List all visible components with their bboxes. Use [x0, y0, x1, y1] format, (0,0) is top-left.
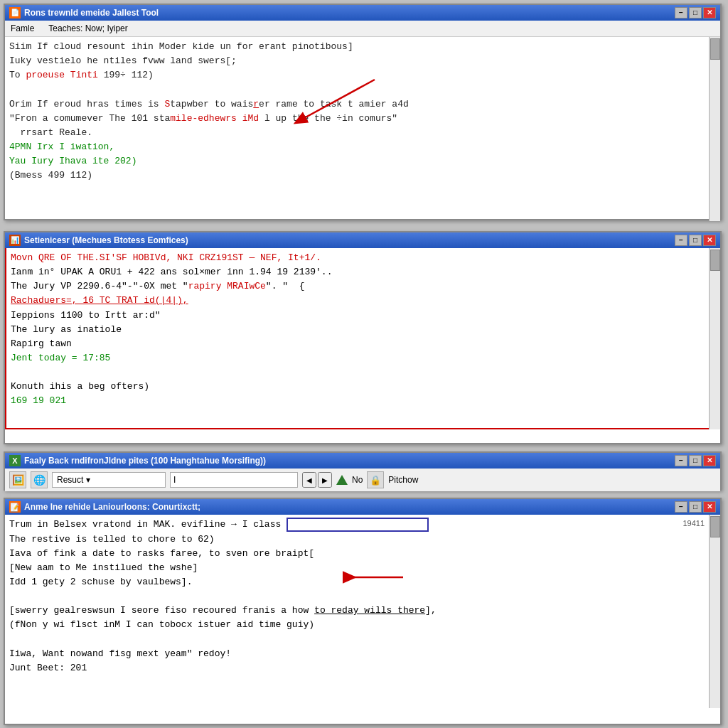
w2-line-7: Rapirg tawn	[11, 337, 705, 351]
toolbar-input[interactable]	[170, 472, 298, 488]
inline-text-input[interactable]	[287, 518, 429, 532]
window-1-maximize[interactable]: □	[689, 7, 702, 18]
toolbar-arrow-buttons: ◀ ▶	[302, 472, 332, 488]
window-4-minimize[interactable]: −	[675, 501, 687, 513]
window-2-maximize[interactable]: □	[689, 235, 702, 246]
window-3-titlebar[interactable]: X Faaly Back rndifronJldne pites (100 Ha…	[5, 453, 720, 469]
w2-line-8: Jent today = 17:85	[11, 351, 705, 365]
w4-line-9	[9, 633, 706, 647]
w4-line-10: Iiwa, Want nowand fisg mext yeam" redoy!	[9, 647, 706, 661]
w4-line-6	[9, 589, 706, 604]
window-3-minimize[interactable]: −	[675, 455, 687, 466]
line-8: 4PMN Irx I iwation,	[9, 140, 706, 154]
line-10: (Bmess 499 112)	[9, 168, 706, 183]
window-4-maximize[interactable]: □	[689, 501, 702, 513]
w2-line-5: Ieppions 1100 to Irtt ar:d"	[11, 309, 705, 323]
w4-line-3: Iava of fink a date to rasks faree, to s…	[9, 547, 706, 561]
window-1-menubar: Famle Teaches: Now; Iyiper	[5, 21, 720, 37]
window-3-title: Faaly Back rndifronJldne pites (100 Hang…	[24, 456, 266, 466]
window-2-close[interactable]: ✕	[703, 235, 716, 246]
window-2-controls: − □ ✕	[675, 235, 716, 246]
menu-famle[interactable]: Famle	[8, 22, 37, 35]
w4-line-1: Trum in Belsex vratond in MAK. evifline …	[9, 518, 706, 532]
toolbar-right-arrow[interactable]: ▶	[318, 472, 332, 488]
scrollbar-thumb-4[interactable]	[710, 516, 720, 537]
dropdown-arrow-icon: ▾	[86, 475, 90, 485]
window-1-title: Rons trewnld emeide Jallest Tool	[24, 8, 159, 18]
line-1: Siim If cloud resount ihin Moder kide un…	[9, 40, 706, 54]
toolbar-dropdown-resuct[interactable]: Resuct ▾	[52, 472, 166, 488]
toolbar-icon-web[interactable]: 🌐	[31, 471, 48, 488]
window-3-controls: − □ ✕	[675, 455, 716, 466]
window-1-scrollbar[interactable]	[709, 37, 720, 221]
line-5: Orim If eroud hras times is Stapwber to …	[9, 97, 706, 112]
toolbar-pitchow-label: Pitchow	[388, 475, 418, 485]
line-6: "Fron a comumever The 101 stamile-edhewr…	[9, 112, 706, 126]
w4-line-2: The restive is telled to chore to 62)	[9, 532, 706, 547]
window-2: 📊 Setienicesr (Mechues Btotess Eomfices)…	[4, 231, 722, 444]
window-4-content: 19411 Trum in Belsex vratond in MAK. evi…	[5, 515, 720, 708]
toolbar-icon-image[interactable]: 🖼️	[9, 471, 26, 488]
window-2-scrollbar[interactable]	[709, 248, 720, 429]
dropdown-label: Resuct	[57, 475, 83, 485]
w2-line-1: Movn QRE OF THE.SI'SF HOBIVd, NKI CRZi91…	[11, 251, 705, 265]
window-4-controls: − □ ✕	[675, 501, 716, 513]
window-4-close[interactable]: ✕	[703, 501, 716, 513]
window-3-maximize[interactable]: □	[689, 455, 702, 466]
window-4-titlebar[interactable]: 📝 Anme Ine rehide Laniourloons: Conurtix…	[5, 499, 720, 515]
window-3-icon: X	[9, 455, 21, 466]
page-number: 19411	[682, 518, 705, 530]
window-1-close[interactable]: ✕	[703, 7, 716, 18]
w4-line-11: Junt Beet: 201	[9, 661, 706, 675]
w4-line-5: Idd 1 gety 2 schuse by vaulbews].	[9, 575, 706, 589]
window-2-title: Setienicesr (Mechues Btotess Eomfices)	[24, 235, 188, 245]
window-1-titlebar[interactable]: 📄 Rons trewnld emeide Jallest Tool − □ ✕	[5, 5, 720, 21]
w2-line-3: The Jury VP 2290.6-4"-"-0X met "rapiry M…	[11, 279, 705, 294]
toolbar-no-label: No	[352, 475, 363, 485]
window-2-titlebar[interactable]: 📊 Setienicesr (Mechues Btotess Eomfices)…	[5, 232, 720, 248]
w2-line-11: 169 19 021	[11, 394, 705, 408]
window-2-content: Movn QRE OF THE.SI'SF HOBIVd, NKI CRZi91…	[5, 248, 720, 429]
w4-line-8: (fNon y wi flsct inM I can tobocx istuer…	[9, 618, 706, 632]
window-4-icon: 📝	[9, 501, 21, 513]
window-1-controls: − □ ✕	[675, 7, 716, 18]
window-2-minimize[interactable]: −	[675, 235, 687, 246]
window-1-content: Siim If cloud resount ihin Moder kide un…	[5, 37, 720, 221]
menu-teaches[interactable]: Teaches: Now; Iyiper	[46, 22, 130, 35]
triangle-button[interactable]	[336, 475, 348, 485]
scrollbar-thumb-2[interactable]	[710, 250, 720, 271]
w2-line-6: The lury as inatiole	[11, 323, 705, 337]
line-3: To proeuse Tinti 199÷ 112)	[9, 68, 706, 82]
toolbar-triangle-area	[336, 475, 348, 485]
toolbar-lock-icon[interactable]: 🔒	[367, 471, 384, 488]
window-3-close[interactable]: ✕	[703, 455, 716, 466]
toolbar-left-arrow[interactable]: ◀	[302, 472, 316, 488]
window-4-title: Anme Ine rehide Laniourloons: Conurtixct…	[24, 502, 200, 512]
window-1-minimize[interactable]: −	[675, 7, 687, 18]
w2-line-2: Ianm in° UPAK A ORU1 + 422 ans sol×mer i…	[11, 265, 705, 279]
window-4: 📝 Anme Ine rehide Laniourloons: Conurtix…	[4, 498, 722, 725]
window-3: X Faaly Back rndifronJldne pites (100 Ha…	[4, 451, 722, 491]
line-4	[9, 82, 706, 97]
w2-line-10: Konuth ihis a beg ofters)	[11, 380, 705, 394]
window-2-icon: 📊	[9, 235, 21, 246]
w2-line-9	[11, 365, 705, 380]
line-7: rrsart Reale.	[9, 126, 706, 140]
line-9: Yau Iury Ihava ite 202)	[9, 154, 706, 168]
w4-line-7: [swerry gealreswsun I seore fiso recoure…	[9, 604, 706, 618]
window-4-scrollbar[interactable]	[709, 515, 720, 708]
line-2: Iuky vestielo he ntiles fvww land swers[…	[9, 54, 706, 68]
w4-line-4: [New aam to Me instilued the wshe]	[9, 561, 706, 575]
window-3-toolbar: 🖼️ 🌐 Resuct ▾ ◀ ▶ No 🔒 Pitchow	[5, 469, 720, 491]
scrollbar-thumb-1[interactable]	[710, 38, 720, 60]
window-1-icon: 📄	[9, 7, 21, 18]
window-1: 📄 Rons trewnld emeide Jallest Tool − □ ✕…	[4, 4, 722, 220]
w2-line-4: Rachaduers=, 16 TC TRAT id(|4|),	[11, 294, 705, 308]
